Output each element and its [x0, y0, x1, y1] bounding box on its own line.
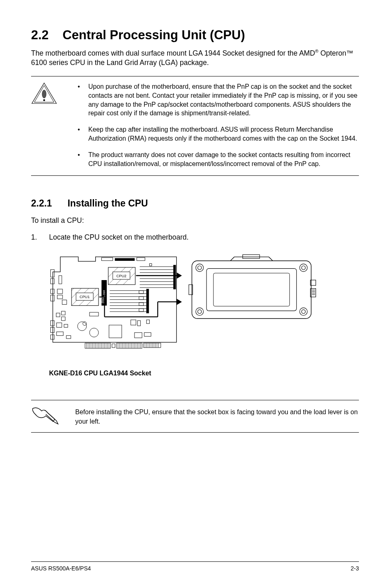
- svg-rect-60: [139, 291, 143, 294]
- svg-rect-13: [51, 335, 54, 339]
- warning-icon: [31, 82, 57, 105]
- svg-rect-138: [206, 269, 296, 311]
- svg-marker-121: [177, 274, 181, 278]
- section-number: 2.2: [31, 28, 49, 43]
- svg-point-136: [300, 308, 307, 316]
- board-figure: CPU1 CPU2 KGNE-D16 ASUS: [49, 253, 184, 377]
- subsection-intro: To install a CPU:: [31, 216, 359, 225]
- svg-rect-62: [139, 303, 143, 305]
- svg-rect-18: [61, 312, 65, 315]
- svg-rect-5: [115, 258, 134, 261]
- svg-rect-61: [139, 297, 143, 300]
- warning-icon-column: [31, 82, 75, 168]
- svg-rect-14: [59, 276, 62, 284]
- svg-point-132: [300, 264, 307, 272]
- warning-note: Upon purchase of the motherboard, ensure…: [31, 76, 359, 176]
- svg-point-2: [42, 90, 46, 98]
- step-1: 1. Locate the CPU socket on the motherbo…: [31, 233, 359, 242]
- step-number: 1.: [31, 233, 37, 242]
- board-brand-side-label: ASUS: [101, 297, 103, 303]
- svg-rect-129: [243, 255, 260, 258]
- figure-caption: KGNE-D16 CPU LGA1944 Socket: [49, 370, 184, 377]
- warning-text-column: Upon purchase of the motherboard, ensure…: [75, 82, 359, 168]
- svg-rect-20: [62, 300, 67, 305]
- svg-rect-19: [61, 317, 65, 321]
- svg-rect-109: [143, 343, 161, 348]
- tip-icon-column: [31, 406, 75, 426]
- footer-left: ASUS RS500A-E6/PS4: [31, 565, 91, 572]
- svg-point-66: [83, 322, 87, 325]
- svg-point-133: [302, 266, 305, 270]
- svg-rect-91: [112, 344, 115, 348]
- warning-item: Keep the cap after installing the mother…: [75, 125, 359, 143]
- figure-row: CPU1 CPU2 KGNE-D16 ASUS: [49, 253, 359, 377]
- svg-rect-70: [137, 321, 140, 326]
- svg-rect-11: [51, 321, 54, 326]
- tip-text: Before installing the CPU, ensure that t…: [75, 406, 359, 426]
- subsection-heading: 2.2.1Installing the CPU: [31, 198, 359, 209]
- svg-marker-127: [177, 300, 181, 304]
- cpu2-label: CPU2: [117, 274, 126, 278]
- cpu1-label: CPU1: [80, 295, 90, 299]
- svg-rect-12: [51, 328, 54, 333]
- registered-mark: ®: [315, 49, 318, 54]
- step-text: Locate the CPU socket on the motherboard…: [49, 233, 188, 241]
- svg-rect-7: [51, 270, 54, 277]
- svg-rect-64: [90, 312, 99, 316]
- warning-item: Upon purchase of the motherboard, ensure…: [75, 82, 359, 118]
- svg-rect-58: [173, 265, 176, 290]
- svg-rect-22: [64, 325, 68, 328]
- svg-point-135: [198, 310, 202, 314]
- tip-note: Before installing the CPU, ensure that t…: [31, 400, 359, 433]
- svg-rect-71: [134, 333, 142, 338]
- svg-rect-72: [144, 333, 151, 337]
- svg-rect-63: [139, 309, 143, 312]
- svg-rect-69: [131, 320, 136, 325]
- svg-rect-6: [137, 258, 145, 260]
- section-heading: 2.2Central Processing Unit (CPU): [31, 28, 359, 43]
- svg-point-131: [198, 266, 202, 270]
- subsection-title: Installing the CPU: [67, 198, 148, 209]
- intro-paragraph: The motherboard comes with dual surface …: [31, 48, 359, 68]
- svg-point-134: [196, 308, 204, 316]
- svg-rect-15: [57, 289, 63, 294]
- warning-list: Upon purchase of the motherboard, ensure…: [75, 82, 359, 168]
- svg-rect-8: [51, 279, 54, 284]
- footer-right: 2-3: [351, 565, 359, 572]
- svg-rect-10: [51, 295, 54, 301]
- svg-rect-73: [146, 320, 149, 324]
- cpu-socket-diagram: [188, 253, 319, 326]
- svg-rect-23: [56, 332, 63, 336]
- svg-rect-21: [56, 323, 62, 328]
- svg-rect-74: [85, 343, 110, 348]
- subsection-number: 2.2.1: [31, 198, 52, 209]
- svg-rect-92: [117, 343, 142, 348]
- svg-point-3: [43, 99, 45, 101]
- svg-rect-139: [213, 273, 289, 306]
- hand-pen-icon: [31, 406, 60, 425]
- svg-rect-9: [51, 289, 54, 294]
- svg-point-137: [302, 310, 305, 314]
- svg-point-65: [78, 322, 87, 331]
- svg-rect-24: [66, 336, 71, 339]
- svg-line-27: [68, 276, 102, 310]
- svg-rect-4: [101, 258, 112, 260]
- svg-point-130: [196, 264, 204, 272]
- svg-rect-68: [109, 325, 122, 338]
- motherboard-diagram: CPU1 CPU2 KGNE-D16 ASUS: [49, 253, 184, 366]
- section-title: Central Processing Unit (CPU): [63, 28, 245, 42]
- intro-text-before: The motherboard comes with dual surface …: [31, 49, 315, 57]
- svg-rect-17: [56, 313, 60, 317]
- svg-point-67: [90, 328, 99, 337]
- svg-rect-49: [146, 289, 149, 313]
- warning-item: The product warranty does not cover dama…: [75, 150, 359, 168]
- svg-rect-59: [150, 264, 152, 266]
- svg-rect-16: [57, 295, 63, 299]
- page-footer: ASUS RS500A-E6/PS4 2-3: [31, 561, 359, 572]
- svg-rect-128: [192, 261, 311, 319]
